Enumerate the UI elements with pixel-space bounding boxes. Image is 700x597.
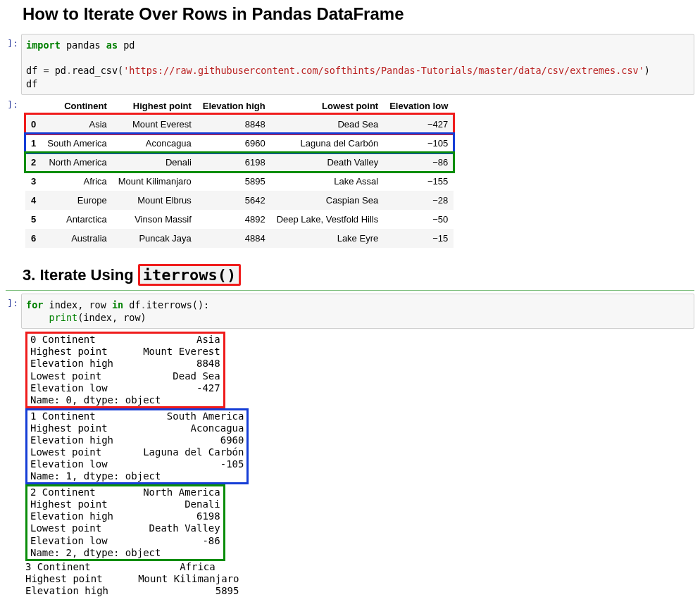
table-cell: Death Valley [271, 153, 385, 172]
table-cell: Lake Assal [271, 172, 385, 191]
op: . [66, 65, 72, 76]
table-cell: −105 [384, 134, 454, 153]
column-header: Elevation high [197, 98, 271, 115]
table-cell: 5 [25, 210, 42, 229]
txt: ) [644, 65, 650, 76]
table-cell: 1 [25, 134, 42, 153]
kw-import: import [26, 39, 61, 51]
output-block: 3 Continent Africa Highest point Mount K… [25, 561, 693, 597]
column-header: Highest point [113, 98, 197, 115]
code-block-1[interactable]: import pandas as pd df = pd.read_csv('ht… [21, 34, 694, 95]
table-cell: Asia [42, 114, 113, 134]
table-cell: Mount Kilimanjaro [113, 172, 197, 191]
table-row: 1South AmericaAconcagua6960Laguna del Ca… [25, 134, 454, 153]
txt: pandas [61, 39, 106, 51]
page-title: How to Iterate Over Rows in Pandas DataF… [23, 4, 694, 24]
table-cell: −427 [384, 114, 454, 134]
table-cell: North America [42, 153, 113, 172]
kw-as: as [106, 39, 118, 51]
table-cell: −15 [384, 229, 454, 248]
table-cell: Aconcagua [113, 134, 197, 153]
table-cell: 4884 [197, 229, 271, 248]
prompt-out: ]: [6, 95, 18, 248]
table-cell: Antarctica [42, 210, 113, 229]
txt [26, 312, 49, 323]
table-cell: Lake Eyre [271, 229, 385, 248]
table-cell: 2 [25, 153, 42, 172]
column-header: Elevation low [384, 98, 454, 115]
table-cell: −28 [384, 191, 454, 210]
table-row: 6AustraliaPuncak Jaya4884Lake Eyre−15 [25, 229, 454, 248]
prompt-in: ]: [6, 294, 18, 329]
op: . [141, 299, 146, 310]
dataframe-table: ContinentHighest pointElevation highLowe… [25, 98, 454, 248]
table-cell: 4892 [197, 210, 271, 229]
txt: df [26, 78, 37, 89]
output-block: 1 Continent South America Highest point … [25, 408, 249, 484]
code-cell-2: ]: for index, row in df.iterrows(): prin… [6, 294, 694, 329]
table-row: 3AfricaMount Kilimanjaro5895Lake Assal−1… [25, 172, 454, 191]
output-block: 0 Continent Asia Highest point Mount Eve… [25, 332, 225, 408]
iterrows-code-chip: iterrows() [138, 264, 241, 286]
output-block: 2 Continent North America Highest point … [25, 484, 225, 560]
table-cell: 0 [25, 114, 42, 134]
txt: index, row [43, 299, 112, 310]
table-cell: Europe [42, 191, 113, 210]
table-cell: Puncak Jaya [113, 229, 197, 248]
string: 'https://raw.githubusercontent.com/softh… [123, 65, 644, 76]
table-cell: −155 [384, 172, 454, 191]
column-header: Lowest point [271, 98, 385, 115]
table-row: 4EuropeMount Elbrus5642Caspian Sea−28 [25, 191, 454, 210]
op: = [43, 65, 49, 76]
kw-for: for [26, 299, 43, 310]
prompt-blank [6, 329, 18, 597]
txt: (index, row) [77, 312, 146, 323]
txt: iterrows(): [146, 299, 209, 310]
section-heading: 3. Iterate Using iterrows() [23, 266, 694, 284]
table-cell: Vinson Massif [113, 210, 197, 229]
table-cell: South America [42, 134, 113, 153]
table-cell: −86 [384, 153, 454, 172]
table-cell: Dead Sea [271, 114, 385, 134]
table-cell: Africa [42, 172, 113, 191]
output-cell-2: 0 Continent Asia Highest point Mount Eve… [6, 329, 694, 597]
prompt-in: ]: [6, 34, 18, 95]
table-cell: 3 [25, 172, 42, 191]
fn-print: print [49, 312, 78, 323]
txt: df [123, 299, 140, 310]
table-cell: Australia [42, 229, 113, 248]
code-cell-1: ]: import pandas as pd df = pd.read_csv(… [6, 34, 694, 95]
code-block-2[interactable]: for index, row in df.iterrows(): print(i… [21, 294, 694, 329]
txt: read_csv( [72, 65, 123, 76]
table-cell: 6198 [197, 153, 271, 172]
table-cell: Laguna del Carbón [271, 134, 385, 153]
table-cell: 5642 [197, 191, 271, 210]
table-cell: 6 [25, 229, 42, 248]
table-cell: 4 [25, 191, 42, 210]
table-row: 2North AmericaDenali6198Death Valley−86 [25, 153, 454, 172]
txt: df [26, 65, 43, 76]
table-cell: Deep Lake, Vestfold Hills [271, 210, 385, 229]
table-cell: Mount Elbrus [113, 191, 197, 210]
table-cell: 5895 [197, 172, 271, 191]
table-cell: Denali [113, 153, 197, 172]
txt: pd [49, 65, 66, 76]
table-row: 0AsiaMount Everest8848Dead Sea−427 [25, 114, 454, 134]
column-header: Continent [42, 98, 113, 115]
table-cell: 8848 [197, 114, 271, 134]
table-cell: 6960 [197, 134, 271, 153]
txt: pd [118, 39, 135, 51]
kw-in: in [112, 299, 123, 310]
section-heading-text: 3. Iterate Using [23, 266, 138, 284]
table-row: 5AntarcticaVinson Massif4892Deep Lake, V… [25, 210, 454, 229]
column-header [25, 98, 42, 115]
divider [6, 290, 694, 291]
output-cell-1: ]: ContinentHighest pointElevation highL… [6, 95, 694, 248]
table-cell: Mount Everest [113, 114, 197, 134]
table-cell: Caspian Sea [271, 191, 385, 210]
table-cell: −50 [384, 210, 454, 229]
